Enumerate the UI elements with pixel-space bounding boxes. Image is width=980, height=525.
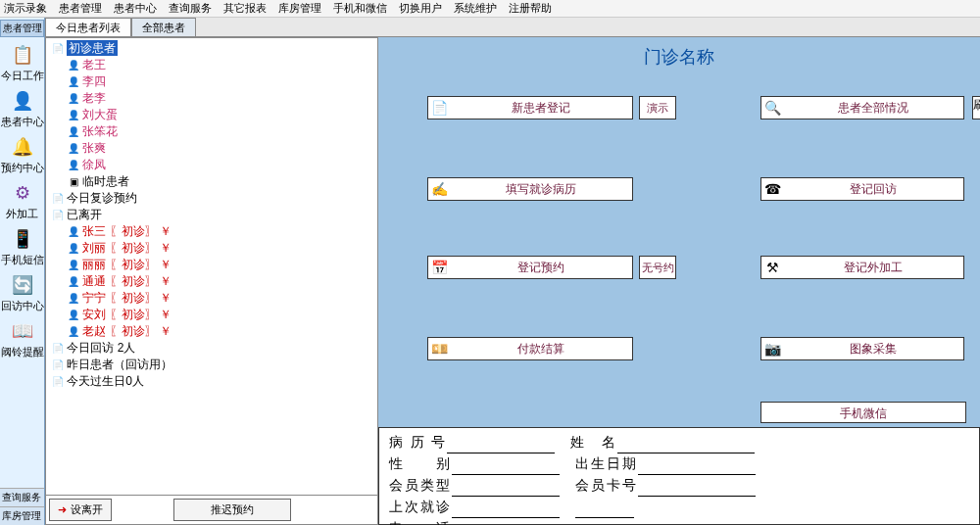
sidebar-icon: 👤 <box>11 89 34 113</box>
sidebar-回访中心[interactable]: 🔄回访中心 <box>1 273 44 313</box>
menu-系统维护[interactable]: 系统维护 <box>454 1 497 16</box>
tabs: 今日患者列表全部患者 <box>45 18 980 37</box>
tree-icon: 👤 <box>68 324 79 340</box>
sidebar-外加工[interactable]: ⚙外加工 <box>1 181 44 221</box>
sidebar-今日工作[interactable]: 📋今日工作 <box>1 43 44 83</box>
tree-node[interactable]: 👤 老李 <box>50 90 373 107</box>
tree-icon: 📄 <box>52 358 64 373</box>
tree-node[interactable]: 👤 宁宁 〖初诊〗 ￥ <box>50 290 373 307</box>
patient-tree-panel: 📄 初诊患者👤 老王👤 李四👤 老李👤 刘大蛋👤 张笨花👤 张爽👤 徐凤▣ 临时… <box>45 37 378 525</box>
tree-node[interactable]: 👤 徐凤 <box>50 157 373 173</box>
calendar-icon: 📅 <box>428 260 450 275</box>
menu-其它报表[interactable]: 其它报表 <box>223 1 267 16</box>
gear-icon: ⚒ <box>761 260 783 275</box>
payment-button[interactable]: 💴付款结算 <box>427 337 633 360</box>
tree-node[interactable]: 📄 昨日患者（回访用） <box>50 357 373 373</box>
action-panel: 门诊名称 📄新患者登记 演示 🔍患者全部情况 刷 ✍填写就诊病历 ☎登记回访 📅… <box>378 37 980 525</box>
tree-icon: 👤 <box>68 74 79 90</box>
no-number-button[interactable]: 无号约 <box>639 256 676 279</box>
tree-icon: 📄 <box>52 208 64 223</box>
menu-患者管理[interactable]: 患者管理 <box>59 1 102 16</box>
tab-全部患者[interactable]: 全部患者 <box>131 18 196 36</box>
menubar: 演示录象患者管理患者中心查询服务其它报表库房管理手机和微信切换用户系统维护注册帮… <box>0 0 980 18</box>
tree-icon: 👤 <box>68 241 79 257</box>
sidebar-icon: 📋 <box>11 43 34 67</box>
register-appointment-button[interactable]: 📅登记预约 <box>427 256 633 279</box>
tree-icon: 📄 <box>52 191 64 207</box>
postpone-button[interactable]: 推迟预约 <box>173 499 291 521</box>
register-followup-button[interactable]: ☎登记回访 <box>760 177 964 201</box>
tree-icon: 👤 <box>68 274 79 290</box>
sidebar-tab[interactable]: 患者管理 <box>0 20 44 37</box>
tree-node[interactable]: 👤 张爽 <box>50 140 373 157</box>
tree-icon: 👤 <box>68 291 79 307</box>
phone-icon: ☎ <box>761 181 783 197</box>
menu-手机和微信[interactable]: 手机和微信 <box>333 1 387 16</box>
tree-icon: 👤 <box>68 224 79 240</box>
tree-node[interactable]: 👤 张笨花 <box>50 123 373 140</box>
tree-icon: 👤 <box>68 308 79 323</box>
tree-node[interactable]: 👤 通通 〖初诊〗 ￥ <box>50 273 373 290</box>
sidebar-icon: 📖 <box>11 319 34 343</box>
menu-演示录象[interactable]: 演示录象 <box>4 1 47 16</box>
pen-icon: ✍ <box>428 181 450 197</box>
tree-icon: ▣ <box>68 174 79 190</box>
menu-查询服务[interactable]: 查询服务 <box>169 1 212 16</box>
tree-icon: 👤 <box>68 158 79 173</box>
menu-库房管理[interactable]: 库房管理 <box>278 1 321 16</box>
money-icon: 💴 <box>428 341 450 357</box>
tree-node[interactable]: 👤 刘大蛋 <box>50 107 373 123</box>
patient-all-info-button[interactable]: 🔍患者全部情况 <box>760 96 964 119</box>
tree-icon: 📄 <box>52 374 64 390</box>
tree-node[interactable]: 👤 老王 <box>50 57 373 73</box>
sidebar-icon: 🔔 <box>11 135 34 159</box>
sidebar: 患者管理 📋今日工作👤患者中心🔔预约中心⚙外加工📱手机短信🔄回访中心📖阈铃提醒 … <box>0 18 45 525</box>
tree-node[interactable]: 👤 刘丽 〖初诊〗 ￥ <box>50 240 373 257</box>
menu-患者中心[interactable]: 患者中心 <box>114 1 157 16</box>
tree-node[interactable]: ▣ 临时患者 <box>50 173 373 190</box>
set-leave-button[interactable]: ➜设离开 <box>49 499 112 521</box>
tree-icon: 👤 <box>68 91 79 107</box>
tree-node[interactable]: 📄 今日回访 2人 <box>50 340 373 357</box>
tree-node[interactable]: 👤 张三 〖初诊〗 ￥ <box>50 223 373 240</box>
sidebar-icon: ⚙ <box>11 181 34 205</box>
write-record-button[interactable]: ✍填写就诊病历 <box>427 177 633 201</box>
refresh-button[interactable]: 刷 <box>972 96 980 119</box>
tree-node[interactable]: 👤 老赵 〖初诊〗 ￥ <box>50 323 373 340</box>
tree-node[interactable]: 📄 今日复诊预约 <box>50 190 373 207</box>
sidebar-bottom-查询服务[interactable]: 查询服务 <box>0 488 44 506</box>
sidebar-bottom-库房管理[interactable]: 库房管理 <box>0 506 44 525</box>
menu-切换用户[interactable]: 切换用户 <box>399 1 442 16</box>
tree-node[interactable]: 👤 李四 <box>50 73 373 90</box>
sidebar-icon: 🔄 <box>11 273 34 297</box>
tree-icon: 👤 <box>68 141 79 157</box>
tree-icon: 👤 <box>68 108 79 123</box>
tree-icon: 📄 <box>52 41 64 57</box>
sidebar-阈铃提醒[interactable]: 📖阈铃提醒 <box>1 319 44 359</box>
patient-form: 病 历 号 姓 名 性 别 出生日期 会员类型 会员卡号 上次就诊 电 话 联系… <box>378 427 980 525</box>
tree-icon: 👤 <box>68 124 79 140</box>
new-patient-button[interactable]: 📄新患者登记 <box>427 96 633 119</box>
tree-icon: 📄 <box>52 341 64 357</box>
demo-button[interactable]: 演示 <box>639 96 676 119</box>
sidebar-预约中心[interactable]: 🔔预约中心 <box>1 135 44 175</box>
tree-node[interactable]: 📄 已离开 <box>50 207 373 223</box>
image-capture-button[interactable]: 📷图象采集 <box>760 337 964 360</box>
sidebar-手机短信[interactable]: 📱手机短信 <box>1 227 44 267</box>
camera-icon: 📷 <box>761 341 783 357</box>
tree-node[interactable]: 📄 初诊患者 <box>50 40 373 57</box>
register-outprocess-button[interactable]: ⚒登记外加工 <box>760 256 964 279</box>
menu-注册帮助[interactable]: 注册帮助 <box>509 1 552 16</box>
sidebar-患者中心[interactable]: 👤患者中心 <box>1 89 44 129</box>
phone-wechat-button[interactable]: 手机微信 <box>760 402 966 423</box>
clinic-title: 门诊名称 <box>378 37 980 84</box>
tab-今日患者列表[interactable]: 今日患者列表 <box>45 18 131 36</box>
tree-node[interactable]: 📄 今天过生日0人 <box>50 373 373 390</box>
tree-node[interactable]: 👤 安刘 〖初诊〗 ￥ <box>50 307 373 323</box>
patient-tree[interactable]: 📄 初诊患者👤 老王👤 李四👤 老李👤 刘大蛋👤 张笨花👤 张爽👤 徐凤▣ 临时… <box>46 38 377 495</box>
file-icon: 📄 <box>428 100 450 116</box>
tree-icon: 👤 <box>68 258 79 273</box>
sidebar-icon: 📱 <box>11 227 34 251</box>
info-icon: 🔍 <box>761 100 783 116</box>
tree-node[interactable]: 👤 丽丽 〖初诊〗 ￥ <box>50 257 373 273</box>
